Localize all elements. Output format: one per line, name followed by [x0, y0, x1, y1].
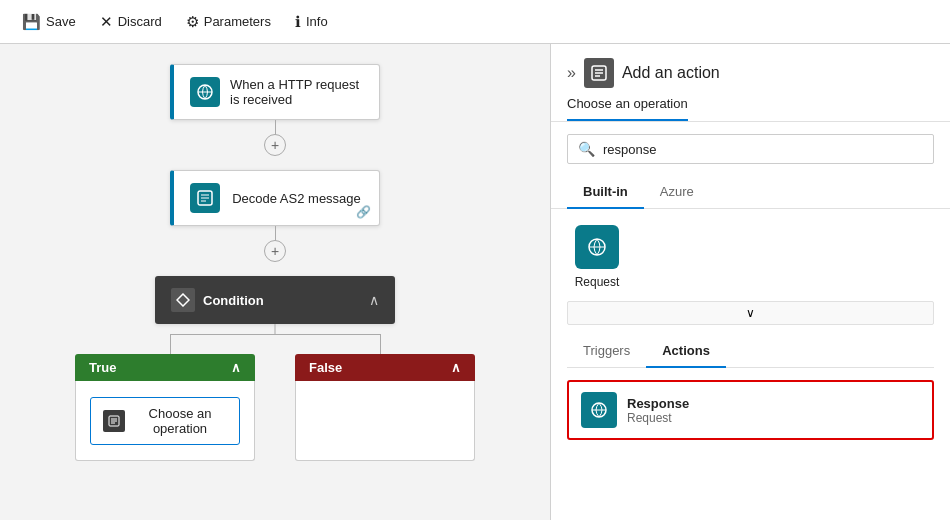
filter-tabs: Built-in Azure: [551, 176, 950, 209]
discard-icon: ✕: [100, 13, 113, 31]
action-name: Response: [627, 396, 689, 411]
tab-azure[interactable]: Azure: [644, 176, 710, 209]
action-trigger-tabs: Triggers Actions: [567, 335, 934, 368]
panel-header: » Add an action Choose an operation: [551, 44, 950, 122]
info-icon: ℹ: [295, 13, 301, 31]
condition-label: Condition: [203, 293, 264, 308]
false-branch-body: [295, 381, 475, 461]
request-op-label: Request: [575, 275, 620, 289]
false-label: False: [309, 360, 342, 375]
http-node-icon: [190, 77, 220, 107]
info-button[interactable]: ℹ Info: [285, 9, 338, 35]
h-line: [170, 334, 380, 335]
svg-marker-6: [177, 294, 189, 306]
true-branch-header[interactable]: True ∧: [75, 354, 255, 381]
true-branch-body: Choose an operation: [75, 381, 255, 461]
tab-triggers[interactable]: Triggers: [567, 335, 646, 368]
panel-subtitle: Choose an operation: [567, 96, 688, 121]
response-action-icon: [581, 392, 617, 428]
search-box: 🔍: [567, 134, 934, 164]
right-panel: » Add an action Choose an operation 🔍: [550, 44, 950, 520]
action-info: Response Request: [627, 396, 689, 425]
panel-expand-icon[interactable]: »: [567, 64, 576, 82]
false-branch: False ∧: [295, 354, 475, 461]
request-op-item[interactable]: Request: [567, 225, 627, 289]
branches-container: True ∧: [75, 354, 475, 461]
choose-operation-button[interactable]: Choose an operation: [90, 397, 240, 445]
condition-icon: [171, 288, 195, 312]
panel-title: Add an action: [622, 64, 720, 82]
collapse-section-btn[interactable]: ∨: [567, 301, 934, 325]
search-input[interactable]: [603, 142, 923, 157]
true-collapse-icon: ∧: [231, 360, 241, 375]
condition-collapse-icon[interactable]: ∧: [369, 292, 379, 308]
save-icon: 💾: [22, 13, 41, 31]
choose-op-label: Choose an operation: [133, 406, 227, 436]
tab-builtin[interactable]: Built-in: [567, 176, 644, 209]
chevron-down-icon: ∨: [746, 306, 755, 320]
save-label: Save: [46, 14, 76, 29]
right-drop: [380, 334, 381, 354]
left-drop: [170, 334, 171, 354]
add-step-2[interactable]: +: [264, 240, 286, 262]
condition-node[interactable]: Condition ∧: [155, 276, 395, 324]
main-area: When a HTTP requestis received +: [0, 44, 950, 520]
panel-title-icon: [584, 58, 614, 88]
link-icon: 🔗: [356, 205, 371, 219]
center-line: [275, 324, 276, 334]
search-icon: 🔍: [578, 141, 595, 157]
action-sub: Request: [627, 411, 689, 425]
save-button[interactable]: 💾 Save: [12, 9, 86, 35]
http-node-label: When a HTTP requestis received: [230, 77, 363, 107]
discard-button[interactable]: ✕ Discard: [90, 9, 172, 35]
decode-node-label: Decode AS2 message: [230, 191, 363, 206]
decode-node-icon: [190, 183, 220, 213]
flow-container: When a HTTP requestis received +: [65, 64, 485, 461]
decode-node[interactable]: Decode AS2 message 🔗: [170, 170, 380, 226]
operation-grid: Request: [567, 225, 934, 289]
discard-label: Discard: [118, 14, 162, 29]
true-branch: True ∧: [75, 354, 255, 461]
parameters-button[interactable]: ⚙ Parameters: [176, 9, 281, 35]
http-request-node[interactable]: When a HTTP requestis received: [170, 64, 380, 120]
branch-connector-area: [65, 324, 485, 354]
canvas: When a HTTP requestis received +: [0, 44, 550, 520]
false-collapse-icon: ∧: [451, 360, 461, 375]
add-step-1[interactable]: +: [264, 134, 286, 156]
request-op-icon: [575, 225, 619, 269]
info-label: Info: [306, 14, 328, 29]
false-branch-header[interactable]: False ∧: [295, 354, 475, 381]
panel-title-row: » Add an action: [567, 58, 934, 88]
response-action-item[interactable]: Response Request: [567, 380, 934, 440]
connector-2: +: [275, 226, 276, 276]
connector-1: +: [275, 120, 276, 170]
parameters-label: Parameters: [204, 14, 271, 29]
tab-actions[interactable]: Actions: [646, 335, 726, 368]
panel-body: Request ∨ Triggers Actions: [551, 209, 950, 520]
parameters-icon: ⚙: [186, 13, 199, 31]
choose-op-icon: [103, 410, 125, 432]
toolbar: 💾 Save ✕ Discard ⚙ Parameters ℹ Info: [0, 0, 950, 44]
true-label: True: [89, 360, 116, 375]
